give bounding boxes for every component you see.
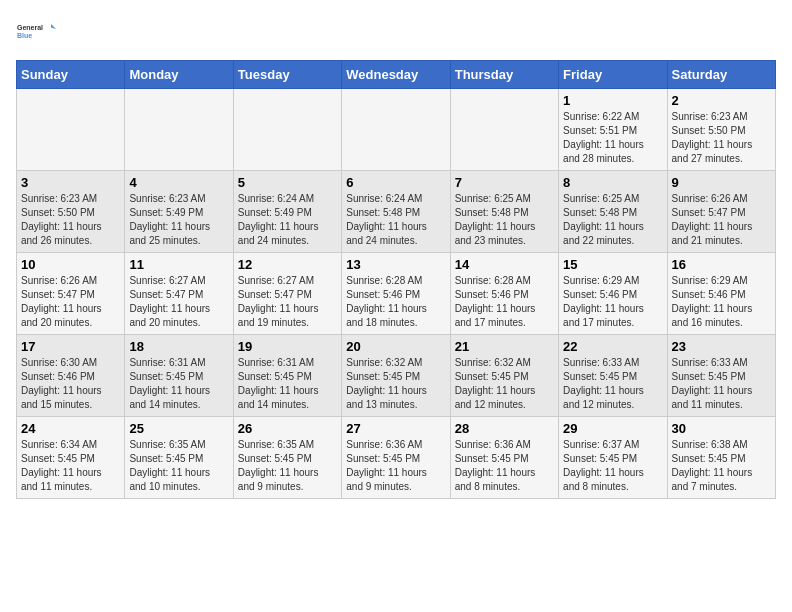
day-number: 18 [129,339,228,354]
day-info: Sunrise: 6:33 AM Sunset: 5:45 PM Dayligh… [672,356,771,412]
day-number: 4 [129,175,228,190]
weekday-header-cell: Thursday [450,61,558,89]
day-number: 19 [238,339,337,354]
calendar-cell: 24Sunrise: 6:34 AM Sunset: 5:45 PM Dayli… [17,417,125,499]
day-number: 16 [672,257,771,272]
calendar-cell [17,89,125,171]
svg-text:General: General [17,24,43,31]
calendar-cell: 2Sunrise: 6:23 AM Sunset: 5:50 PM Daylig… [667,89,775,171]
calendar-week-row: 1Sunrise: 6:22 AM Sunset: 5:51 PM Daylig… [17,89,776,171]
day-number: 13 [346,257,445,272]
day-number: 23 [672,339,771,354]
day-info: Sunrise: 6:23 AM Sunset: 5:50 PM Dayligh… [672,110,771,166]
day-info: Sunrise: 6:31 AM Sunset: 5:45 PM Dayligh… [238,356,337,412]
day-number: 11 [129,257,228,272]
calendar-cell [450,89,558,171]
day-info: Sunrise: 6:23 AM Sunset: 5:49 PM Dayligh… [129,192,228,248]
day-number: 26 [238,421,337,436]
calendar-cell: 28Sunrise: 6:36 AM Sunset: 5:45 PM Dayli… [450,417,558,499]
day-number: 5 [238,175,337,190]
day-number: 1 [563,93,662,108]
day-info: Sunrise: 6:30 AM Sunset: 5:46 PM Dayligh… [21,356,120,412]
day-number: 27 [346,421,445,436]
day-info: Sunrise: 6:36 AM Sunset: 5:45 PM Dayligh… [455,438,554,494]
logo: General Blue [16,16,56,48]
calendar-cell: 25Sunrise: 6:35 AM Sunset: 5:45 PM Dayli… [125,417,233,499]
calendar-cell: 3Sunrise: 6:23 AM Sunset: 5:50 PM Daylig… [17,171,125,253]
day-info: Sunrise: 6:31 AM Sunset: 5:45 PM Dayligh… [129,356,228,412]
calendar-cell: 13Sunrise: 6:28 AM Sunset: 5:46 PM Dayli… [342,253,450,335]
day-number: 24 [21,421,120,436]
day-info: Sunrise: 6:37 AM Sunset: 5:45 PM Dayligh… [563,438,662,494]
day-info: Sunrise: 6:33 AM Sunset: 5:45 PM Dayligh… [563,356,662,412]
calendar-body: 1Sunrise: 6:22 AM Sunset: 5:51 PM Daylig… [17,89,776,499]
calendar-table: SundayMondayTuesdayWednesdayThursdayFrid… [16,60,776,499]
calendar-cell: 17Sunrise: 6:30 AM Sunset: 5:46 PM Dayli… [17,335,125,417]
calendar-cell: 7Sunrise: 6:25 AM Sunset: 5:48 PM Daylig… [450,171,558,253]
day-number: 25 [129,421,228,436]
calendar-week-row: 3Sunrise: 6:23 AM Sunset: 5:50 PM Daylig… [17,171,776,253]
day-info: Sunrise: 6:24 AM Sunset: 5:49 PM Dayligh… [238,192,337,248]
day-info: Sunrise: 6:27 AM Sunset: 5:47 PM Dayligh… [238,274,337,330]
day-info: Sunrise: 6:26 AM Sunset: 5:47 PM Dayligh… [21,274,120,330]
day-number: 29 [563,421,662,436]
day-info: Sunrise: 6:34 AM Sunset: 5:45 PM Dayligh… [21,438,120,494]
day-number: 10 [21,257,120,272]
calendar-cell: 21Sunrise: 6:32 AM Sunset: 5:45 PM Dayli… [450,335,558,417]
day-info: Sunrise: 6:32 AM Sunset: 5:45 PM Dayligh… [346,356,445,412]
day-number: 12 [238,257,337,272]
day-number: 14 [455,257,554,272]
day-number: 17 [21,339,120,354]
day-number: 22 [563,339,662,354]
weekday-header-cell: Friday [559,61,667,89]
day-info: Sunrise: 6:29 AM Sunset: 5:46 PM Dayligh… [672,274,771,330]
day-info: Sunrise: 6:36 AM Sunset: 5:45 PM Dayligh… [346,438,445,494]
calendar-week-row: 10Sunrise: 6:26 AM Sunset: 5:47 PM Dayli… [17,253,776,335]
calendar-cell: 8Sunrise: 6:25 AM Sunset: 5:48 PM Daylig… [559,171,667,253]
header: General Blue [16,16,776,48]
day-info: Sunrise: 6:35 AM Sunset: 5:45 PM Dayligh… [129,438,228,494]
calendar-cell: 12Sunrise: 6:27 AM Sunset: 5:47 PM Dayli… [233,253,341,335]
weekday-header-cell: Wednesday [342,61,450,89]
calendar-cell: 5Sunrise: 6:24 AM Sunset: 5:49 PM Daylig… [233,171,341,253]
day-number: 2 [672,93,771,108]
calendar-cell: 26Sunrise: 6:35 AM Sunset: 5:45 PM Dayli… [233,417,341,499]
calendar-cell: 9Sunrise: 6:26 AM Sunset: 5:47 PM Daylig… [667,171,775,253]
calendar-cell: 15Sunrise: 6:29 AM Sunset: 5:46 PM Dayli… [559,253,667,335]
day-info: Sunrise: 6:23 AM Sunset: 5:50 PM Dayligh… [21,192,120,248]
weekday-header-row: SundayMondayTuesdayWednesdayThursdayFrid… [17,61,776,89]
calendar-cell: 10Sunrise: 6:26 AM Sunset: 5:47 PM Dayli… [17,253,125,335]
day-number: 21 [455,339,554,354]
day-number: 7 [455,175,554,190]
calendar-cell: 20Sunrise: 6:32 AM Sunset: 5:45 PM Dayli… [342,335,450,417]
day-info: Sunrise: 6:27 AM Sunset: 5:47 PM Dayligh… [129,274,228,330]
day-info: Sunrise: 6:28 AM Sunset: 5:46 PM Dayligh… [455,274,554,330]
weekday-header-cell: Tuesday [233,61,341,89]
day-number: 28 [455,421,554,436]
calendar-cell: 22Sunrise: 6:33 AM Sunset: 5:45 PM Dayli… [559,335,667,417]
day-number: 8 [563,175,662,190]
day-info: Sunrise: 6:29 AM Sunset: 5:46 PM Dayligh… [563,274,662,330]
day-info: Sunrise: 6:25 AM Sunset: 5:48 PM Dayligh… [455,192,554,248]
calendar-cell: 1Sunrise: 6:22 AM Sunset: 5:51 PM Daylig… [559,89,667,171]
day-info: Sunrise: 6:28 AM Sunset: 5:46 PM Dayligh… [346,274,445,330]
day-info: Sunrise: 6:22 AM Sunset: 5:51 PM Dayligh… [563,110,662,166]
calendar-cell: 16Sunrise: 6:29 AM Sunset: 5:46 PM Dayli… [667,253,775,335]
calendar-cell: 18Sunrise: 6:31 AM Sunset: 5:45 PM Dayli… [125,335,233,417]
calendar-cell: 11Sunrise: 6:27 AM Sunset: 5:47 PM Dayli… [125,253,233,335]
calendar-cell [342,89,450,171]
calendar-cell: 19Sunrise: 6:31 AM Sunset: 5:45 PM Dayli… [233,335,341,417]
day-info: Sunrise: 6:24 AM Sunset: 5:48 PM Dayligh… [346,192,445,248]
day-info: Sunrise: 6:32 AM Sunset: 5:45 PM Dayligh… [455,356,554,412]
calendar-cell: 23Sunrise: 6:33 AM Sunset: 5:45 PM Dayli… [667,335,775,417]
svg-text:Blue: Blue [17,32,32,39]
day-number: 15 [563,257,662,272]
day-number: 20 [346,339,445,354]
calendar-week-row: 17Sunrise: 6:30 AM Sunset: 5:46 PM Dayli… [17,335,776,417]
weekday-header-cell: Sunday [17,61,125,89]
day-number: 30 [672,421,771,436]
calendar-cell: 30Sunrise: 6:38 AM Sunset: 5:45 PM Dayli… [667,417,775,499]
weekday-header-cell: Monday [125,61,233,89]
day-info: Sunrise: 6:35 AM Sunset: 5:45 PM Dayligh… [238,438,337,494]
calendar-week-row: 24Sunrise: 6:34 AM Sunset: 5:45 PM Dayli… [17,417,776,499]
